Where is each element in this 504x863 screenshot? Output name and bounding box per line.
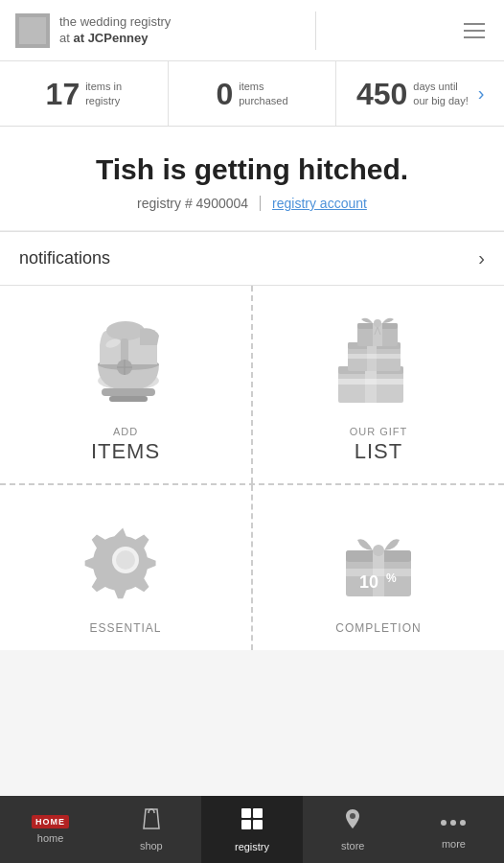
registry-icon bbox=[240, 806, 264, 837]
gift-list-sublabel: OUR GIFT bbox=[350, 426, 408, 437]
gift-list-button[interactable]: OUR GIFT LIST bbox=[253, 286, 504, 483]
svg-point-6 bbox=[106, 321, 145, 340]
registry-account-link[interactable]: registry account bbox=[272, 196, 367, 211]
app-header: the wedding registry at at JCPenney bbox=[0, 0, 504, 61]
svg-text:10: 10 bbox=[359, 572, 378, 592]
stat-registry-items: 17 items in registry bbox=[0, 61, 169, 126]
svg-point-32 bbox=[373, 545, 384, 556]
svg-rect-38 bbox=[253, 820, 263, 829]
mixer-icon bbox=[68, 309, 183, 414]
stats-bar: 17 items in registry 0 items purchased 4… bbox=[0, 61, 504, 127]
stat-number-registry: 17 bbox=[46, 79, 80, 109]
add-items-label: ITEMS bbox=[91, 439, 160, 464]
svg-rect-12 bbox=[109, 396, 148, 402]
add-items-sublabel: ADD bbox=[113, 426, 138, 437]
essential-button[interactable]: ESSENTIAL bbox=[0, 485, 253, 650]
jcp-badge: home bbox=[32, 815, 69, 828]
svg-rect-11 bbox=[102, 388, 155, 396]
registry-number: registry # 4900004 bbox=[137, 196, 248, 211]
store-pin-icon bbox=[341, 807, 364, 836]
nav-more-label: more bbox=[442, 838, 466, 850]
completion-button[interactable]: 10 % COMPLETION bbox=[253, 485, 504, 650]
bottom-grid: ESSENTIAL 10 % COMPLETION bbox=[0, 485, 504, 650]
stat-label-registry: items in registry bbox=[85, 80, 122, 107]
svg-text:%: % bbox=[386, 571, 397, 585]
logo-icon bbox=[15, 13, 50, 48]
gift-icon bbox=[321, 309, 436, 414]
logo-text: the wedding registry at at JCPenney bbox=[59, 14, 171, 47]
stat-number-days: 450 bbox=[356, 79, 407, 109]
bottom-navigation: home home shop registry bbox=[0, 796, 504, 863]
stat-number-purchased: 0 bbox=[216, 79, 233, 109]
nav-store[interactable]: store bbox=[303, 796, 403, 863]
menu-button[interactable] bbox=[460, 19, 489, 42]
svg-point-27 bbox=[116, 550, 135, 570]
svg-point-39 bbox=[350, 813, 355, 819]
svg-rect-2 bbox=[19, 31, 33, 44]
nav-shop[interactable]: shop bbox=[101, 796, 201, 863]
logo-container: the wedding registry at at JCPenney bbox=[15, 13, 171, 48]
nav-home-label: home bbox=[37, 832, 64, 844]
stat-purchased: 0 items purchased bbox=[169, 61, 337, 126]
svg-rect-3 bbox=[33, 31, 46, 44]
notifications-label: notifications bbox=[19, 248, 110, 268]
bag-icon bbox=[140, 807, 163, 836]
info-divider bbox=[260, 196, 261, 211]
top-grid: ADD ITEMS bbox=[0, 286, 504, 485]
jcp-icon: home bbox=[32, 815, 69, 828]
add-items-button[interactable]: ADD ITEMS bbox=[0, 286, 253, 483]
svg-rect-1 bbox=[33, 17, 46, 31]
svg-rect-0 bbox=[19, 17, 33, 31]
svg-rect-36 bbox=[253, 808, 263, 818]
nav-home[interactable]: home home bbox=[0, 796, 101, 863]
svg-point-42 bbox=[460, 820, 466, 826]
svg-rect-37 bbox=[241, 820, 251, 829]
header-divider bbox=[315, 12, 316, 50]
svg-point-25 bbox=[374, 319, 381, 327]
notifications-arrow-icon: › bbox=[478, 247, 485, 269]
nav-store-label: store bbox=[341, 840, 364, 851]
notifications-row[interactable]: notifications › bbox=[0, 231, 504, 286]
svg-point-40 bbox=[441, 820, 447, 826]
svg-rect-17 bbox=[338, 379, 403, 385]
essential-label: ESSENTIAL bbox=[89, 621, 161, 635]
completion-label: COMPLETION bbox=[335, 621, 421, 635]
registry-info: registry # 4900004 registry account bbox=[19, 196, 485, 211]
nav-registry-label: registry bbox=[235, 841, 269, 852]
stat-arrow-icon: › bbox=[478, 82, 485, 105]
main-content: Tish is getting hitched. registry # 4900… bbox=[0, 127, 504, 231]
stat-label-purchased: items purchased bbox=[239, 80, 287, 107]
gift-list-label: LIST bbox=[355, 439, 402, 464]
svg-rect-21 bbox=[348, 354, 401, 359]
stat-days[interactable]: 450 days until our big day! › bbox=[336, 61, 504, 126]
nav-shop-label: shop bbox=[140, 840, 163, 851]
completion-icon: 10 % bbox=[331, 512, 426, 608]
nav-more[interactable]: more bbox=[403, 796, 504, 863]
page-title: Tish is getting hitched. bbox=[19, 153, 485, 186]
svg-rect-35 bbox=[241, 808, 251, 818]
gear-icon bbox=[78, 512, 173, 608]
stat-label-days: days until our big day! bbox=[413, 80, 468, 107]
svg-point-41 bbox=[450, 820, 456, 826]
nav-registry[interactable]: registry bbox=[201, 796, 302, 863]
more-dots-icon bbox=[439, 809, 468, 834]
